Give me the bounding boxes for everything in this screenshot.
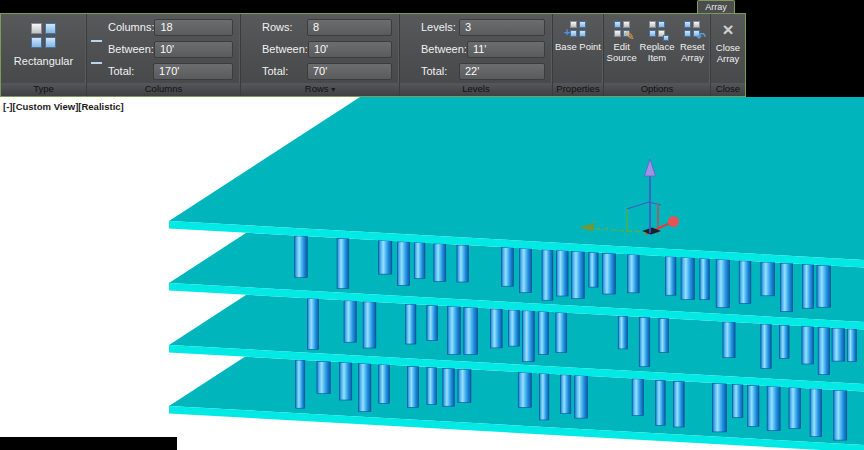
rows-total-field[interactable]: 70' <box>307 63 392 80</box>
array-column <box>407 366 418 407</box>
base-point-label: Base Point <box>555 42 601 53</box>
panel-columns: Columns: 18 Between: 10' Total: 170' Col… <box>87 14 241 96</box>
replace-item-label: ReplaceItem <box>640 42 675 64</box>
close-array-line1: Close <box>716 42 740 53</box>
levels-between-value: 11' <box>473 43 487 55</box>
array-column <box>716 260 730 308</box>
edit-source-label: EditSource <box>607 42 637 64</box>
array-column <box>397 242 409 285</box>
levels-between-label: Between: <box>421 43 467 55</box>
array-column <box>434 244 446 282</box>
rows-total-label: Total: <box>262 65 288 77</box>
viewport-visual-style-control[interactable]: [Realistic] <box>78 101 123 112</box>
array-column <box>803 265 814 309</box>
array-column <box>448 307 461 355</box>
columns-between-field[interactable]: 10' <box>154 41 233 58</box>
columns-count-value: 18 <box>160 21 172 33</box>
rows-count-field[interactable]: 8 <box>307 19 392 36</box>
replace-item-button[interactable]: ReplaceItem <box>639 14 674 83</box>
viewport-canvas[interactable] <box>0 97 864 450</box>
array-column <box>519 249 531 293</box>
icon-square <box>649 30 656 37</box>
undo-arrow-icon: ↶ <box>696 31 706 43</box>
replace-item-icon <box>649 21 665 37</box>
levels-total-field[interactable]: 22' <box>459 63 545 80</box>
reset-array-label: ResetArray <box>680 42 705 64</box>
array-column <box>538 312 548 355</box>
icon-square <box>45 37 56 48</box>
array-column <box>713 383 727 432</box>
rows-total-value: 70' <box>313 65 327 77</box>
close-array-label: CloseArray <box>716 43 740 65</box>
panel-label-close: Close <box>711 83 745 96</box>
array-column <box>556 251 568 296</box>
rows-count-label: Rows: <box>262 21 293 33</box>
icon-square <box>45 23 56 34</box>
panel-type: Rectangular Type <box>1 14 87 96</box>
replace-item-line2: Item <box>648 52 666 63</box>
icon-square <box>649 21 656 28</box>
array-column <box>665 257 676 295</box>
drawing-viewport[interactable]: [-][Custom View][Realistic] <box>0 97 864 450</box>
viewport-minimize-control[interactable]: [-] <box>3 101 13 112</box>
array-column <box>379 241 392 274</box>
replace-item-line1: Replace <box>640 41 675 52</box>
rows-between-field[interactable]: 10' <box>308 41 392 58</box>
columns-count-row: Columns: 18 <box>87 16 240 38</box>
rows-between-value: 10' <box>314 43 328 55</box>
array-column <box>834 390 847 440</box>
levels-total-row: Total: 22' <box>400 60 552 82</box>
array-column <box>639 317 650 366</box>
array-column <box>457 245 469 282</box>
array-column <box>780 325 790 358</box>
array-column <box>379 365 390 404</box>
icon-square <box>31 37 42 48</box>
reset-array-button[interactable]: ↶ ResetArray <box>675 14 710 83</box>
panel-label-options: Options <box>604 83 710 96</box>
rows-total-icon <box>245 65 258 78</box>
title-strip: Array <box>0 0 864 13</box>
columns-between-label: Between: <box>108 43 154 55</box>
edit-source-button[interactable]: ✎ EditSource <box>604 14 639 83</box>
columns-total-field[interactable]: 170' <box>153 63 233 80</box>
levels-count-field[interactable]: 3 <box>459 19 545 36</box>
array-column <box>307 299 318 350</box>
tab-array[interactable]: Array <box>697 0 735 13</box>
command-area-corner <box>0 437 177 450</box>
array-column <box>502 248 514 287</box>
array-column <box>780 263 792 311</box>
levels-between-field[interactable]: 11' <box>467 41 545 58</box>
icon-square <box>614 21 621 28</box>
rows-total-row: Total: 70' <box>241 60 399 82</box>
pencil-icon: ✎ <box>625 30 635 42</box>
array-column <box>443 368 455 406</box>
base-point-button[interactable]: + Base Point <box>553 14 603 83</box>
tab-array-label: Array <box>705 2 727 12</box>
panel-levels: Levels: 3 Between: 11' Total: 22' Levels <box>400 14 553 96</box>
array-column <box>542 250 553 300</box>
array-column <box>817 265 831 307</box>
columns-between-value: 10' <box>160 43 174 55</box>
array-column <box>700 259 710 300</box>
panel-rows: Rows: 8 Between: 10' Total: 70' Rows ▾ <box>241 14 400 96</box>
array-column <box>571 252 584 299</box>
panel-label-rows[interactable]: Rows ▾ <box>241 83 399 96</box>
array-column <box>767 387 780 431</box>
array-column <box>632 379 643 416</box>
icon-square <box>684 30 691 37</box>
array-column <box>363 302 376 348</box>
array-column <box>739 261 751 303</box>
close-array-button[interactable]: × CloseArray <box>711 14 745 83</box>
rows-between-icon <box>245 43 258 56</box>
rows-panel-title: Rows <box>305 83 329 94</box>
plus-icon: + <box>564 27 570 38</box>
icon-square <box>623 21 630 28</box>
viewport-view-control[interactable]: [Custom View] <box>13 101 79 112</box>
rectangular-type-button[interactable]: Rectangular <box>1 14 86 83</box>
columns-total-icon <box>91 65 104 78</box>
close-icon: × <box>722 21 733 38</box>
icon-square <box>31 23 42 34</box>
columns-count-field[interactable]: 18 <box>154 19 233 36</box>
array-column <box>522 311 534 362</box>
ribbon-right-filler <box>746 13 864 97</box>
